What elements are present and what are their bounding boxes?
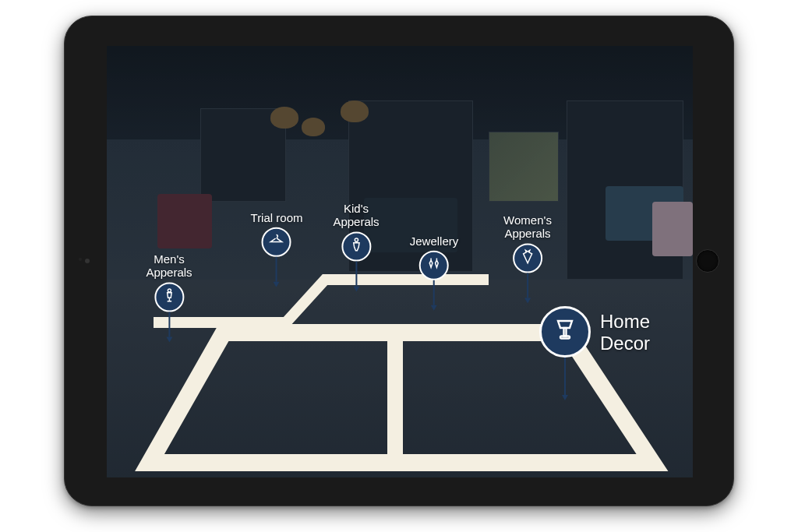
tablet-frame: Men's Apperals Trial room Kid's Apperals… xyxy=(64,16,734,506)
svg-point-3 xyxy=(168,289,171,292)
mannequin-icon xyxy=(161,287,178,307)
waypoint-jewellery[interactable]: Jewellery xyxy=(410,234,459,311)
waypoint-label: Home Decor xyxy=(600,311,650,354)
dress-icon xyxy=(519,248,536,268)
svg-rect-8 xyxy=(560,336,570,339)
ar-navigation-screen: Men's Apperals Trial room Kid's Apperals… xyxy=(107,46,693,477)
tablet-home-button[interactable] xyxy=(696,249,719,273)
waypoint-home-decor[interactable]: Home Decor xyxy=(539,306,591,400)
waypoint-mens-apparels[interactable]: Men's Apperals xyxy=(146,252,192,343)
jewellery-icon xyxy=(425,255,443,276)
waypoint-trial-room[interactable]: Trial room xyxy=(251,211,303,287)
waypoint-label: Trial room xyxy=(251,211,303,224)
navigation-path xyxy=(107,46,693,477)
waypoint-label: Women's Apperals xyxy=(503,213,552,241)
waypoint-label: Kid's Apperals xyxy=(333,202,379,229)
lamp-icon xyxy=(551,316,579,347)
front-camera xyxy=(85,259,90,263)
svg-rect-7 xyxy=(564,328,567,336)
child-icon xyxy=(348,236,365,256)
svg-point-6 xyxy=(355,238,358,241)
waypoint-womens-apparels[interactable]: Women's Apperals xyxy=(503,213,552,304)
waypoint-kids-apparels[interactable]: Kid's Apperals xyxy=(333,202,379,292)
waypoint-label: Jewellery xyxy=(410,234,459,248)
waypoint-label: Men's Apperals xyxy=(146,252,192,280)
hanger-icon xyxy=(268,232,285,252)
